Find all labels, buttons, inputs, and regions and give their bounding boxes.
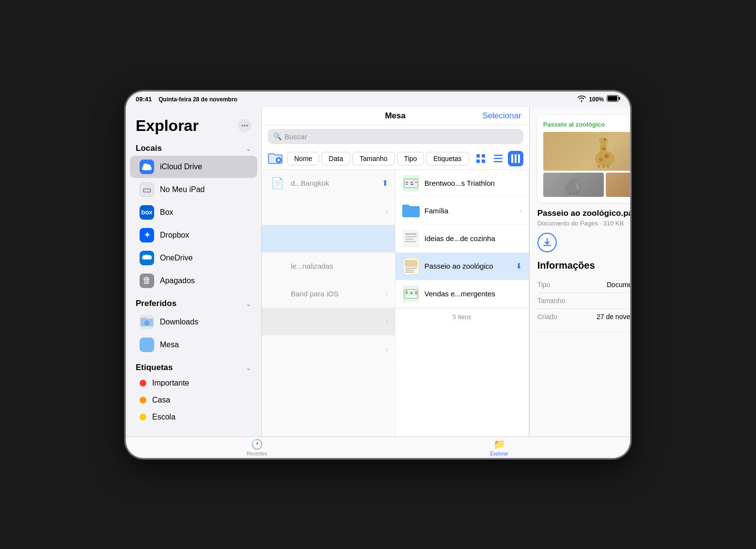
file-item-brentwoo[interactable]: Brentwoo...s Triathlon (395, 170, 529, 197)
sidebar-more-button[interactable]: ••• (238, 119, 252, 132)
toolbar: Nome Data Tamanho Tipo Etiquetas (262, 148, 529, 170)
svg-rect-36 (405, 272, 415, 273)
left-item-3[interactable] (262, 225, 395, 253)
info-row-tipo: Tipo Documento do Pages (537, 277, 630, 293)
sidebar-item-escola[interactable]: Escola (130, 409, 257, 425)
svg-rect-21 (414, 179, 414, 188)
cloud-icon-1: ⬆ (382, 178, 388, 188)
file-icon-2 (268, 202, 286, 220)
detail-download-button[interactable] (537, 233, 557, 252)
svg-rect-46 (415, 291, 417, 294)
sort-data-button[interactable]: Data (321, 152, 350, 165)
select-button[interactable]: Selecionar (482, 111, 521, 121)
sort-nome-button[interactable]: Nome (287, 152, 319, 165)
recentes-icon: 🕐 (251, 438, 263, 450)
partial-name-4: le...nalizadas (291, 262, 388, 270)
mesa-label: Mesa (160, 340, 179, 349)
sort-tamanho-button[interactable]: Tamanho (352, 152, 395, 165)
icloud-icon (140, 160, 154, 174)
preferidos-title: Preferidos (136, 299, 176, 308)
svg-rect-33 (405, 260, 417, 267)
ideias-filename: Ideias de...de cozinha (425, 234, 522, 242)
left-item-7[interactable]: › (262, 336, 395, 363)
file-item-familia[interactable]: Família › (395, 197, 529, 225)
file-item-ideias[interactable]: Ideias de...de cozinha (395, 225, 529, 253)
info-value-criado: 27 de novembro de 201916:02 (597, 313, 630, 328)
familia-filename: Família (425, 207, 520, 215)
locais-title: Locais (136, 144, 162, 153)
sort-tipo-button[interactable]: Tipo (397, 152, 425, 165)
preview-title: Passeio al zoológico (543, 121, 630, 128)
tab-recentes[interactable]: 🕐 Recentes (136, 438, 378, 456)
left-item-6[interactable]: › (262, 308, 395, 336)
detail-filename: Passeio ao zoológico.pages (537, 209, 630, 218)
main-title: Mesa (308, 111, 482, 121)
onedrive-label: OneDrive (160, 254, 193, 262)
sort-buttons: Nome Data Tamanho Tipo Etiquetas (287, 152, 469, 165)
tab-bar: 🕐 Recentes 📁 Explorar (126, 436, 630, 458)
svg-point-49 (599, 137, 608, 144)
explorar-icon: 📁 (493, 438, 505, 450)
svg-rect-30 (405, 239, 414, 240)
svg-rect-12 (511, 154, 513, 163)
file-icon-6 (268, 313, 286, 330)
sidebar-item-onedrive[interactable]: OneDrive (130, 247, 257, 269)
svg-rect-34 (405, 268, 417, 269)
sidebar-item-no-meu-ipad[interactable]: ▭ No Meu iPad (130, 178, 257, 201)
sidebar-item-mesa[interactable]: Mesa (130, 334, 257, 356)
left-item-1[interactable]: 📄 d...Bangkok ⬆ (262, 170, 395, 197)
etiquetas-chevron: ⌄ (246, 364, 252, 371)
view-columns-button[interactable] (508, 151, 523, 166)
svg-rect-53 (598, 165, 600, 168)
new-folder-button[interactable] (268, 151, 283, 166)
locais-chevron: ⌄ (246, 145, 252, 152)
sidebar-item-importante[interactable]: Importante (130, 375, 257, 391)
svg-rect-17 (404, 181, 418, 181)
importante-label: Importante (152, 379, 189, 388)
svg-point-51 (604, 154, 609, 158)
folder-icon-familia (402, 202, 420, 220)
svg-rect-44 (406, 291, 408, 294)
trash-icon: 🗑 (140, 274, 154, 288)
search-bar[interactable]: 🔍 Buscar (268, 129, 523, 144)
svg-rect-7 (476, 160, 480, 163)
svg-point-52 (599, 158, 603, 161)
detail-filetype: Documento do Pages · 310 KB (537, 220, 630, 227)
sidebar-item-downloads[interactable]: Downloads (130, 311, 257, 333)
file-icon-5 (268, 285, 286, 303)
left-item-4[interactable]: le...nalizadas (262, 253, 395, 280)
svg-point-59 (567, 184, 574, 188)
svg-rect-9 (494, 155, 503, 156)
file-item-passeio[interactable]: Passeio ao zoológico ⬇ (395, 253, 529, 280)
view-grid-button[interactable] (473, 151, 488, 166)
sidebar-item-apagados[interactable]: 🗑 Apagados (130, 270, 257, 292)
battery-label: 100% (589, 96, 604, 103)
sidebar-item-icloud-drive[interactable]: iCloud Drive (130, 156, 257, 178)
svg-rect-6 (482, 154, 485, 158)
sidebar-item-box[interactable]: box Box (130, 201, 257, 224)
svg-rect-28 (405, 233, 417, 235)
item-count-label: 5 itens (453, 313, 471, 321)
sidebar-item-dropbox[interactable]: ✦ Dropbox (130, 224, 257, 246)
left-item-5[interactable]: Band para iOS › (262, 280, 395, 308)
left-item-2[interactable]: › (262, 197, 395, 225)
downloads-folder-icon (140, 315, 154, 329)
info-row-tamanho: Tamanho 310 KB (537, 293, 630, 309)
sidebar: Explorar ••• Locais ⌄ iCloud Drive (126, 107, 262, 436)
sort-etiquetas-button[interactable]: Etiquetas (426, 152, 469, 165)
casa-label: Casa (152, 396, 170, 404)
etiquetas-section-header[interactable]: Etiquetas ⌄ (126, 360, 261, 374)
mesa-folder-icon (140, 338, 154, 352)
status-date: Quinta-feira 28 de novembro (158, 96, 237, 103)
svg-rect-41 (404, 295, 418, 296)
locais-section-header[interactable]: Locais ⌄ (126, 141, 261, 155)
sidebar-item-casa[interactable]: Casa (130, 392, 257, 408)
dropbox-icon: ✦ (140, 228, 154, 242)
dropbox-label: Dropbox (160, 231, 189, 240)
file-icon: 📄 (268, 175, 286, 192)
tab-explorar[interactable]: 📁 Explorar (378, 438, 620, 456)
preferidos-section-header[interactable]: Preferidos ⌄ (126, 296, 261, 310)
preview-main-image (543, 132, 630, 171)
view-list-button[interactable] (490, 151, 506, 166)
file-item-vendas[interactable]: Vendas e...mergentes (395, 280, 529, 308)
